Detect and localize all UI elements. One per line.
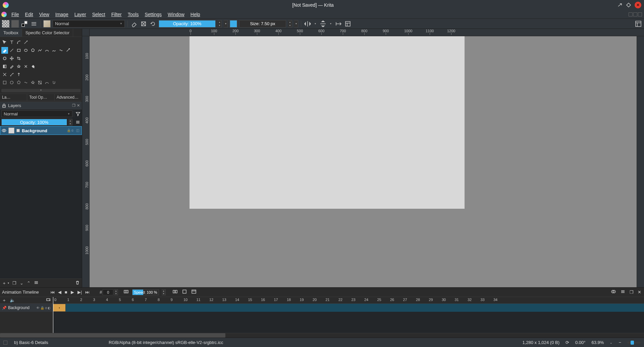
mirror-vertical-icon[interactable]	[319, 20, 327, 28]
layer-lock-icon[interactable]: 🔒	[67, 129, 71, 133]
anim-speed-slider[interactable]: Speed: 100 %	[132, 289, 159, 295]
size-slider[interactable]: Size: 7.50 px	[239, 20, 286, 28]
timeline-ruler[interactable]: 0123456789101112131415161718192021222324…	[53, 297, 644, 304]
anim-drop-frames-icon[interactable]	[123, 288, 129, 296]
new-document-icon[interactable]	[2, 20, 9, 28]
layer-menu-icon[interactable]	[74, 119, 80, 126]
tool-calligraphy[interactable]	[22, 39, 29, 46]
wrap-around-icon[interactable]	[335, 20, 342, 28]
add-timeline-layer-icon[interactable]: ＋	[1, 297, 7, 304]
menu-select[interactable]: Select	[90, 11, 108, 18]
tool-crop[interactable]	[15, 55, 22, 62]
tab-toolbox[interactable]: Toolbox	[0, 29, 22, 37]
playhead[interactable]	[53, 297, 53, 333]
menu-help[interactable]: Help	[188, 11, 203, 18]
tool-smart-patch[interactable]	[22, 63, 29, 70]
mdi-maximize-icon[interactable]	[633, 12, 637, 16]
layer-row-background[interactable]: Background 🔒 α ◫	[0, 126, 82, 135]
anim-stop-button[interactable]: ■	[64, 289, 68, 295]
layer-opacity-slider[interactable]: Opacity: 100%	[1, 119, 67, 126]
menu-settings[interactable]: Settings	[142, 11, 164, 18]
anim-next-frame-button[interactable]: ▶|	[77, 289, 83, 295]
tool-rectangle[interactable]	[15, 47, 22, 54]
menu-tools[interactable]: Tools	[125, 11, 142, 18]
tool-move[interactable]	[8, 55, 15, 62]
visibility-icon[interactable]	[2, 128, 6, 133]
tool-select-contiguous[interactable]	[30, 79, 36, 86]
tool-select-similar[interactable]	[37, 79, 43, 86]
tool-reference[interactable]	[15, 71, 22, 78]
mirror-h-dropdown[interactable]: ▾	[313, 20, 317, 28]
menu-filter[interactable]: Filter	[109, 11, 124, 18]
tool-assistant[interactable]	[1, 71, 8, 78]
speed-spinner[interactable]: ▲▼	[162, 289, 166, 295]
menu-window[interactable]: Window	[165, 11, 187, 18]
tool-select-polygon[interactable]	[15, 79, 22, 86]
minimize-button[interactable]	[617, 2, 623, 8]
mdi-close-icon[interactable]	[638, 12, 642, 16]
fg-bg-swap-icon[interactable]	[21, 20, 28, 28]
anim-menu-icon[interactable]	[620, 288, 626, 296]
tool-multibrush[interactable]	[65, 47, 71, 54]
subtab-tool-options[interactable]: Tool Op…	[27, 94, 54, 101]
subtab-layers[interactable]: La…	[0, 94, 27, 101]
timeline-hscrollbar[interactable]	[0, 333, 644, 338]
tl-alpha-icon[interactable]: α	[45, 306, 47, 310]
add-layer-dropdown[interactable]: ▾	[8, 282, 9, 285]
opacity-dropdown[interactable]: ▾	[224, 20, 228, 28]
timeline-layer-row[interactable]: 📌 Background 👁 🔒 α ◐	[0, 304, 53, 312]
foreground-color-icon[interactable]	[230, 20, 237, 28]
mirror-horizontal-icon[interactable]	[304, 20, 311, 28]
tool-transform[interactable]	[1, 39, 8, 46]
tool-select-magnetic[interactable]	[51, 79, 57, 86]
tl-onion-icon[interactable]: ◐	[48, 306, 51, 310]
layer-alpha-icon[interactable]: α	[71, 129, 75, 133]
tool-freehand-brush[interactable]	[1, 47, 8, 54]
vertical-ruler[interactable]: 1002003004005006007008009001000	[82, 36, 90, 287]
blendmode-select[interactable]: Normal ▼	[53, 20, 125, 28]
layers-close-button[interactable]: ✕	[77, 103, 80, 108]
alpha-lock-icon[interactable]	[140, 20, 147, 28]
mirror-v-dropdown[interactable]: ▾	[329, 20, 333, 28]
tool-select-bezier[interactable]	[44, 79, 50, 86]
frame-number-input[interactable]	[103, 289, 113, 295]
tool-dynamic-brush[interactable]	[58, 47, 64, 54]
tool-edit-shapes[interactable]	[15, 39, 22, 46]
zoom-out-icon[interactable]: −	[619, 340, 621, 345]
timeline-zoom-icon[interactable]	[45, 297, 51, 304]
horizontal-ruler[interactable]: 0100200300400500600700800900100011001200	[82, 29, 644, 36]
menu-edit[interactable]: Edit	[22, 11, 36, 18]
timeline-track[interactable]	[53, 304, 644, 312]
layer-properties-button[interactable]	[34, 280, 39, 286]
onion-skin-icon[interactable]	[172, 288, 178, 296]
tool-line[interactable]	[8, 47, 15, 54]
brush-preset-icon[interactable]	[43, 20, 51, 28]
close-button[interactable]: ✕	[635, 2, 641, 8]
menu-layer[interactable]: Layer	[72, 11, 89, 18]
eraser-toggle-icon[interactable]	[130, 20, 138, 28]
choose-workspace-icon[interactable]	[635, 20, 642, 28]
pin-icon[interactable]: 📌	[2, 306, 7, 310]
tool-select-rect[interactable]	[1, 79, 8, 86]
tool-fill[interactable]	[30, 63, 36, 70]
layer-blendmode-select[interactable]: Normal ▼	[1, 110, 72, 117]
canvas-page[interactable]	[190, 36, 465, 209]
layer-inherit-icon[interactable]: ◫	[76, 129, 80, 133]
opacity-slider[interactable]: Opacity: 100%	[159, 20, 216, 28]
tool-bezier[interactable]	[44, 47, 50, 54]
keyframe-0[interactable]	[53, 304, 66, 312]
size-dropdown[interactable]: ▾	[294, 20, 298, 28]
tool-pattern-edit[interactable]	[15, 63, 22, 70]
layer-filter-icon[interactable]	[74, 110, 80, 117]
tl-lock-icon[interactable]: 🔒	[40, 306, 44, 310]
tool-color-picker[interactable]	[8, 63, 15, 70]
reload-preset-icon[interactable]	[149, 20, 157, 28]
maximize-button[interactable]	[626, 2, 631, 8]
workspace-chooser-icon[interactable]	[344, 20, 352, 28]
move-layer-down-button[interactable]: ⌄	[20, 281, 23, 286]
timeline-hscroll-thumb[interactable]	[0, 333, 225, 338]
brush-settings-icon[interactable]	[30, 20, 38, 28]
open-document-icon[interactable]	[11, 20, 19, 28]
anim-first-frame-button[interactable]: ⏮	[50, 289, 55, 295]
tool-transform-tool[interactable]	[1, 55, 8, 62]
